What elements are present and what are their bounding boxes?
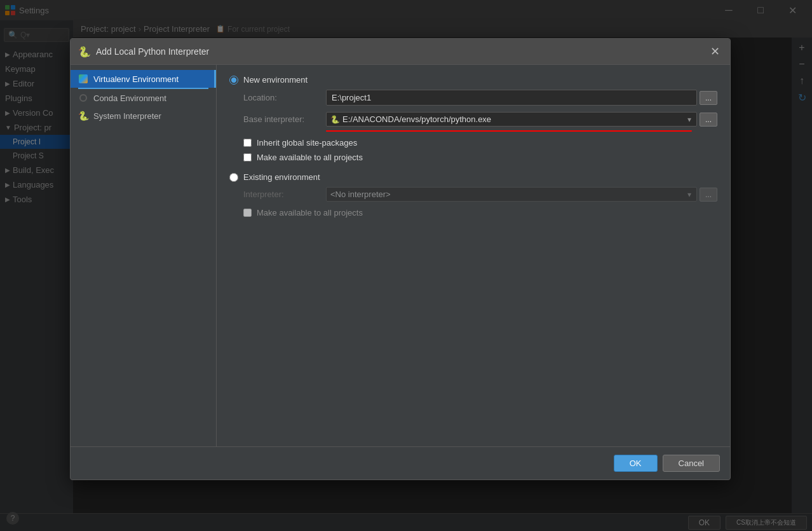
python-file-icon: 🐍 xyxy=(330,115,340,124)
base-interpreter-browse-button[interactable]: ... xyxy=(700,113,717,127)
interpreter-label: Interpreter: xyxy=(243,190,326,199)
existing-dropdown-arrow: ▾ xyxy=(686,190,693,199)
modal-close-button[interactable]: ✕ xyxy=(707,44,722,59)
inherit-packages-checkbox[interactable] xyxy=(243,139,252,147)
existing-browse-button: ... xyxy=(700,188,717,202)
modal-overlay: 🐍 Add Local Python Interpreter ✕ Virtual… xyxy=(0,0,812,531)
modal-footer: OK Cancel xyxy=(71,446,730,479)
existing-interpreter-input-group: <No interpreter> ▾ ... xyxy=(326,187,717,202)
make-available-new-checkbox[interactable] xyxy=(243,153,252,162)
base-interpreter-field: Base interpreter: 🐍 E:/ANACONDA/envs/pyt… xyxy=(229,112,717,127)
base-interpreter-input-group: 🐍 E:/ANACONDA/envs/pytorch/python.exe ▾ … xyxy=(326,112,717,127)
modal-icon: 🐍 xyxy=(78,46,91,58)
location-label: Location: xyxy=(243,93,326,102)
existing-env-checkboxes: Make available to all projects xyxy=(229,208,717,217)
modal-main-content: New environment Location: ... xyxy=(217,65,730,446)
modal-ok-button[interactable]: OK xyxy=(614,455,658,472)
main-window: Settings ─ □ ✕ 🔍 ▶ Appearanc Keymap ▶ Ed… xyxy=(0,0,812,531)
sidebar-item-system-label: System Interpreter xyxy=(93,111,161,121)
sidebar-item-conda[interactable]: Conda Environment xyxy=(71,89,216,107)
modal-title-content: 🐍 Add Local Python Interpreter xyxy=(78,46,209,58)
add-interpreter-modal: 🐍 Add Local Python Interpreter ✕ Virtual… xyxy=(70,38,731,480)
make-available-new-label: Make available to all projects xyxy=(257,153,363,162)
base-interpreter-dropdown[interactable]: 🐍 E:/ANACONDA/envs/pytorch/python.exe ▾ xyxy=(326,112,697,127)
modal-cancel-button[interactable]: Cancel xyxy=(663,455,720,472)
sidebar-item-conda-label: Conda Environment xyxy=(93,93,166,103)
inherit-packages-label: Inherit global site-packages xyxy=(257,138,357,148)
existing-environment-section: Existing environment Interpreter: <No in… xyxy=(229,172,717,217)
python-icon: 🐍 xyxy=(78,111,88,121)
new-environment-section: New environment Location: ... xyxy=(229,75,717,162)
make-available-existing-label: Make available to all projects xyxy=(257,208,363,217)
modal-sidebar: Virtualenv Environment Conda Environment xyxy=(71,65,217,446)
existing-environment-radio-input[interactable] xyxy=(229,173,238,182)
make-available-existing-checkbox xyxy=(243,209,252,217)
dropdown-arrow[interactable]: ▾ xyxy=(686,115,693,124)
sidebar-item-virtualenv-label: Virtualenv Environment xyxy=(93,74,179,84)
sidebar-item-virtualenv[interactable]: Virtualenv Environment xyxy=(71,70,216,88)
location-field: Location: ... xyxy=(229,90,717,106)
existing-environment-label: Existing environment xyxy=(243,172,320,182)
new-env-checkboxes: Inherit global site-packages Make availa… xyxy=(229,138,717,162)
red-annotation-underline xyxy=(326,130,692,132)
location-input-group: ... xyxy=(326,90,717,106)
existing-interpreter-field: Interpreter: <No interpreter> ▾ ... xyxy=(229,187,717,202)
location-input[interactable] xyxy=(326,90,697,106)
virtualenv-icon xyxy=(78,74,88,84)
location-browse-button[interactable]: ... xyxy=(700,91,717,105)
new-environment-radio-input[interactable] xyxy=(229,76,238,85)
make-available-existing-option: Make available to all projects xyxy=(243,208,717,217)
new-environment-radio[interactable]: New environment xyxy=(229,75,717,85)
modal-title-bar: 🐍 Add Local Python Interpreter ✕ xyxy=(71,39,730,65)
existing-environment-radio[interactable]: Existing environment xyxy=(229,172,717,182)
make-available-new-option[interactable]: Make available to all projects xyxy=(243,153,717,162)
modal-title: Add Local Python Interpreter xyxy=(96,46,209,57)
conda-icon xyxy=(78,93,88,103)
existing-interpreter-dropdown: <No interpreter> ▾ xyxy=(326,187,697,202)
existing-interpreter-value: <No interpreter> xyxy=(330,190,686,199)
modal-body: Virtualenv Environment Conda Environment xyxy=(71,65,730,446)
base-interpreter-label: Base interpreter: xyxy=(243,114,326,124)
new-environment-label: New environment xyxy=(243,75,308,85)
inherit-packages-option[interactable]: Inherit global site-packages xyxy=(243,138,717,148)
base-interpreter-value: 🐍 E:/ANACONDA/envs/pytorch/python.exe xyxy=(330,114,686,124)
sidebar-item-system[interactable]: 🐍 System Interpreter xyxy=(71,107,216,125)
